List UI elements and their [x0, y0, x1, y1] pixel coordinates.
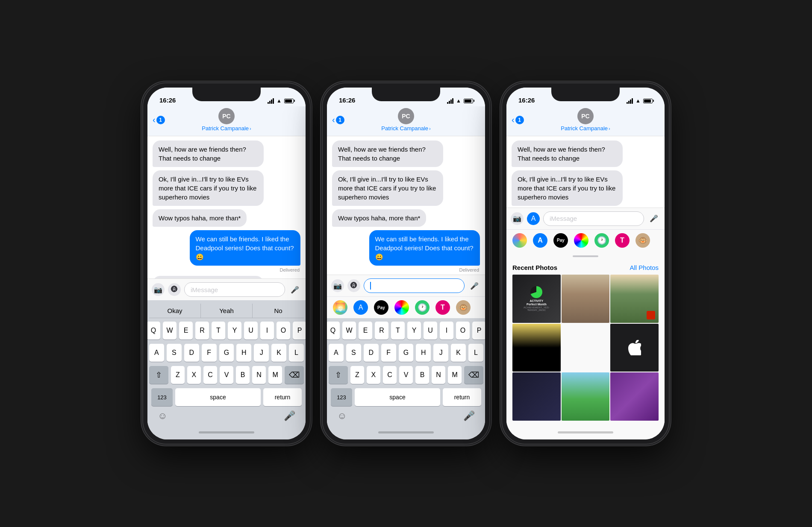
key-x[interactable]: X — [187, 366, 201, 384]
key-space[interactable]: space — [175, 388, 261, 406]
telekom-strip-icon-3[interactable]: T — [615, 233, 630, 248]
contact-name-2[interactable]: Patrick Campanale › — [381, 125, 431, 132]
key-d-2[interactable]: D — [364, 344, 379, 362]
key-delete[interactable]: ⌫ — [285, 366, 304, 384]
key-r[interactable]: R — [195, 322, 209, 340]
monkey-strip-icon-2[interactable]: 🐵 — [456, 300, 471, 315]
applepay-strip-icon-2[interactable]: Pay — [374, 300, 388, 315]
key-l-2[interactable]: L — [468, 344, 483, 362]
message-input-1[interactable]: iMessage — [184, 282, 285, 297]
key-p-2[interactable]: P — [472, 322, 485, 340]
key-r-2[interactable]: R — [375, 322, 388, 340]
key-p[interactable]: P — [293, 322, 306, 340]
contact-name-1[interactable]: Patrick Campanale › — [202, 125, 251, 132]
suggestion-yeah[interactable]: Yeah — [201, 304, 253, 318]
key-f[interactable]: F — [202, 344, 217, 362]
key-e[interactable]: E — [179, 322, 193, 340]
back-button-2[interactable]: ‹ 1 — [332, 115, 344, 125]
key-b-2[interactable]: B — [415, 366, 429, 384]
photo-activity[interactable]: ACTIVITY Perfect Month ACHIEVEMENT_YES-T… — [512, 275, 561, 323]
key-y[interactable]: Y — [228, 322, 241, 340]
key-k[interactable]: K — [271, 344, 286, 362]
clock-strip-icon-2[interactable]: 🕐 — [415, 300, 430, 315]
suggestion-okay[interactable]: Okay — [149, 304, 201, 318]
key-s[interactable]: S — [167, 344, 182, 362]
key-u[interactable]: U — [244, 322, 258, 340]
key-a[interactable]: A — [149, 344, 164, 362]
key-o[interactable]: O — [277, 322, 290, 340]
key-t-2[interactable]: T — [391, 322, 405, 340]
back-button-1[interactable]: ‹ 1 — [153, 115, 165, 125]
key-delete-2[interactable]: ⌫ — [464, 366, 483, 384]
key-z[interactable]: Z — [171, 366, 185, 384]
suggestion-no[interactable]: No — [253, 304, 304, 318]
key-space-2[interactable]: space — [355, 388, 440, 406]
key-return-2[interactable]: return — [443, 388, 481, 406]
key-l[interactable]: L — [289, 344, 304, 362]
mic-button-2[interactable]: 🎤 — [463, 410, 475, 422]
key-x-2[interactable]: X — [367, 366, 380, 384]
back-button-3[interactable]: ‹ 1 — [512, 115, 524, 125]
key-f-2[interactable]: F — [381, 344, 396, 362]
appstore-icon-1[interactable]: 🅐 — [168, 283, 181, 296]
key-n-2[interactable]: N — [432, 366, 445, 384]
avatar-1[interactable]: PC — [218, 108, 235, 124]
message-input-2[interactable] — [364, 278, 465, 293]
telekom-strip-icon-2[interactable]: T — [435, 300, 450, 315]
key-w-2[interactable]: W — [342, 322, 356, 340]
appstore-icon-3[interactable]: A — [527, 212, 540, 225]
photo-gray-building[interactable] — [562, 324, 610, 372]
camera-icon-3[interactable]: 📷 — [511, 212, 524, 225]
key-g[interactable]: G — [219, 344, 234, 362]
clock-strip-icon-3[interactable]: 🕐 — [594, 233, 609, 248]
message-input-3[interactable]: iMessage — [543, 211, 644, 226]
key-m[interactable]: M — [268, 366, 282, 384]
applepay-strip-icon-3[interactable]: Pay — [553, 233, 568, 248]
contact-name-3[interactable]: Patrick Campanale › — [561, 125, 610, 132]
key-123-2[interactable]: 123 — [331, 388, 352, 406]
monkey-strip-icon-3[interactable]: 🐵 — [635, 233, 650, 248]
key-i[interactable]: I — [260, 322, 274, 340]
photos-app-icon-3[interactable] — [512, 233, 527, 248]
key-v-2[interactable]: V — [399, 366, 413, 384]
camera-icon-2[interactable]: 📷 — [331, 279, 344, 292]
key-s-2[interactable]: S — [346, 344, 361, 362]
photo-canopy[interactable] — [512, 324, 561, 372]
photo-purple-foliage[interactable] — [610, 372, 659, 421]
key-y-2[interactable]: Y — [407, 322, 421, 340]
avatar-3[interactable]: PC — [577, 108, 594, 124]
key-123[interactable]: 123 — [151, 388, 173, 406]
key-d[interactable]: D — [184, 344, 199, 362]
color-strip-icon-3[interactable] — [574, 233, 588, 248]
key-shift[interactable]: ⇧ — [149, 366, 168, 384]
key-u-2[interactable]: U — [424, 322, 437, 340]
key-c-2[interactable]: C — [383, 366, 397, 384]
photo-park[interactable] — [562, 372, 610, 421]
key-i-2[interactable]: I — [440, 322, 453, 340]
appstore-icon-2[interactable]: 🅐 — [347, 279, 360, 292]
key-o-2[interactable]: O — [456, 322, 470, 340]
emoji-button-1[interactable]: ☺ — [158, 410, 167, 422]
key-j[interactable]: J — [254, 344, 269, 362]
emoji-button-2[interactable]: ☺ — [337, 410, 347, 422]
camera-icon-1[interactable]: 📷 — [152, 283, 165, 296]
key-z-2[interactable]: Z — [350, 366, 364, 384]
photo-dark-interior[interactable] — [512, 372, 561, 421]
photo-building-exterior[interactable] — [562, 275, 610, 323]
mic-icon-3[interactable]: 🎤 — [647, 212, 660, 225]
photos-app-icon-2[interactable]: 🌅 — [333, 300, 347, 315]
key-e-2[interactable]: E — [359, 322, 372, 340]
key-j-2[interactable]: J — [433, 344, 448, 362]
key-k-2[interactable]: K — [451, 344, 466, 362]
key-h-2[interactable]: H — [416, 344, 431, 362]
key-b[interactable]: B — [236, 366, 250, 384]
color-strip-icon-2[interactable] — [394, 300, 409, 315]
photo-outdoor-red[interactable] — [610, 275, 659, 323]
key-v[interactable]: V — [220, 366, 233, 384]
appstore-strip-icon-3[interactable]: A — [533, 233, 547, 248]
key-return[interactable]: return — [263, 388, 302, 406]
key-a-2[interactable]: A — [329, 344, 344, 362]
key-q[interactable]: Q — [147, 322, 160, 340]
appstore-strip-icon-2[interactable]: A — [353, 300, 368, 315]
key-h[interactable]: H — [236, 344, 251, 362]
